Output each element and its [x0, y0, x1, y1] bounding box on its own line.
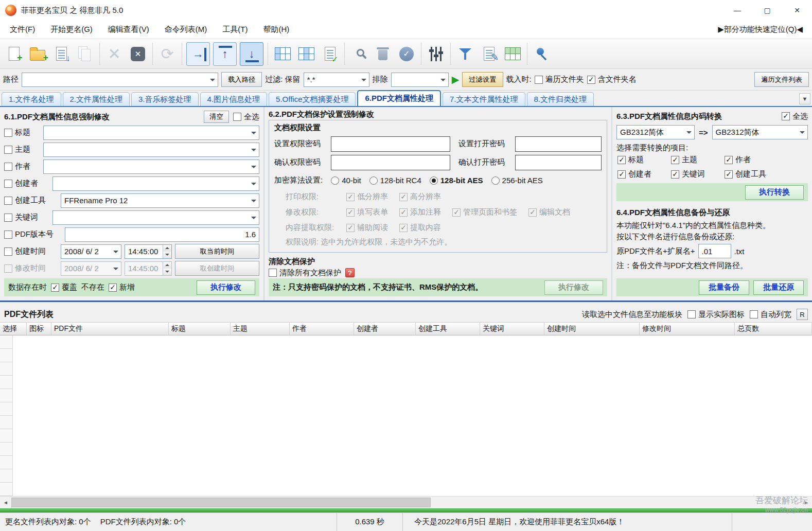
modify-edit-option[interactable]: 编辑文档 [528, 207, 570, 217]
modify-pages-checkbox[interactable] [452, 208, 461, 217]
column-header-keywords[interactable]: 关键词 [480, 323, 544, 335]
menu-tools[interactable]: 工具(T) [215, 22, 255, 38]
row-header-cell[interactable] [0, 389, 13, 402]
modified-date-picker[interactable]: 2008/ 6/ 2 [61, 261, 121, 276]
row-header-cell[interactable] [0, 362, 13, 376]
help-icon[interactable]: ? [345, 268, 355, 277]
exclude-dropdown-icon[interactable] [438, 73, 448, 86]
checklist-button[interactable]: ✓ [318, 42, 342, 66]
tab-pdf-attributes[interactable]: 6.PDF文档属性处理 [357, 90, 441, 106]
created-date-dropdown-icon[interactable] [111, 245, 121, 258]
from-encoding-combobox[interactable]: GB2312简体 [616, 125, 695, 139]
execute-modify-button-61[interactable]: 执行修改 [197, 280, 255, 295]
refresh-list-button[interactable]: R [797, 309, 808, 320]
algo-128aes-radio[interactable] [430, 176, 438, 185]
filter-button[interactable] [453, 42, 477, 66]
column-header-creator[interactable]: 创建者 [354, 323, 416, 335]
auto-col-width-option[interactable]: 自动列宽 [750, 310, 791, 320]
field-title-checkbox[interactable] [4, 129, 12, 137]
row-header-cell[interactable] [0, 456, 13, 469]
convert-creator-checkbox[interactable] [617, 170, 626, 179]
move-down-button[interactable]: ↓ [240, 42, 263, 66]
field-producer-option[interactable]: 创建工具 [4, 196, 58, 205]
field-creator-option[interactable]: 创建者 [4, 179, 49, 188]
modify-form-option[interactable]: 填写表单 [346, 207, 388, 217]
pdf-version-option[interactable]: PDF版本号 [4, 229, 62, 239]
traverse-folder-checkbox[interactable] [535, 76, 543, 84]
get-current-time-button[interactable]: 取当前时间 [175, 244, 259, 259]
modify-annotate-option[interactable]: 添加注释 [399, 207, 441, 217]
batch-restore-button[interactable]: 批量还原 [753, 280, 804, 295]
convert-keywords-checkbox[interactable] [671, 170, 679, 179]
modified-time-option[interactable]: 修改时间 [4, 263, 58, 273]
select-all-option-61[interactable]: 全选 [233, 112, 259, 122]
created-time-option[interactable]: 创建时间 [4, 246, 58, 256]
convert-author-option[interactable]: 作者 [725, 155, 808, 165]
tab-office-summary[interactable]: 5.Office文档摘要处理 [269, 92, 356, 106]
created-time-spinner[interactable]: 14:45:00 [125, 244, 172, 259]
set-open-pwd-input[interactable] [515, 136, 602, 152]
field-subject-combobox[interactable] [43, 143, 259, 157]
modified-time-spin-buttons[interactable] [163, 262, 171, 275]
to-encoding-dropdown-icon[interactable] [797, 126, 807, 139]
field-author-combobox[interactable] [43, 160, 259, 174]
algo-128aes-option[interactable]: 128-bit AES [430, 176, 483, 185]
backup-suffix-input[interactable]: .01 [698, 244, 731, 258]
field-creator-combobox[interactable] [52, 176, 259, 191]
field-producer-dropdown-icon[interactable] [249, 194, 259, 207]
copy-button[interactable] [73, 42, 97, 66]
pdf-version-checkbox[interactable] [4, 231, 12, 239]
to-encoding-combobox[interactable]: GB2312简体 [712, 125, 808, 139]
modify-pages-option[interactable]: 管理页面和书签 [452, 207, 517, 217]
show-real-icons-checkbox[interactable] [687, 310, 696, 318]
column-header-icon[interactable]: 图标 [27, 323, 51, 335]
edit-document-button[interactable]: ✎ [477, 42, 501, 66]
column-header-pdf-file[interactable]: PDF文件 [51, 323, 169, 335]
execute-modify-button-62[interactable]: 执行修改 [544, 280, 603, 295]
field-creator-dropdown-icon[interactable] [249, 177, 259, 190]
row-header-cell[interactable] [0, 349, 13, 362]
overwrite-option[interactable]: 覆盖 [51, 282, 77, 292]
convert-producer-checkbox[interactable] [725, 170, 733, 179]
print-lowres-checkbox[interactable] [346, 193, 355, 201]
convert-title-option[interactable]: 标题 [617, 155, 671, 165]
field-title-option[interactable]: 标题 [4, 128, 40, 137]
menu-edit-view[interactable]: 编辑查看(V) [100, 22, 157, 38]
column-header-created[interactable]: 创建时间 [544, 323, 640, 335]
extract-content-option[interactable]: 提取内容 [399, 223, 441, 233]
convert-keywords-option[interactable]: 关键词 [671, 169, 725, 179]
execute-convert-button[interactable]: 执行转换 [745, 185, 804, 200]
extract-assist-option[interactable]: 辅助阅读 [346, 223, 388, 233]
search-button[interactable] [347, 42, 371, 66]
get-created-time-button[interactable]: 取创建时间 [175, 261, 259, 276]
traverse-file-list-button[interactable]: 遍历文件列表 [754, 72, 809, 87]
field-keywords-dropdown-icon[interactable] [249, 211, 259, 224]
field-keywords-option[interactable]: 关键词 [4, 213, 49, 222]
algo-256aes-option[interactable]: 256-bit AES [491, 176, 543, 185]
modify-annotate-checkbox[interactable] [399, 208, 408, 217]
modified-time-spinner[interactable]: 14:45:00 [125, 261, 172, 276]
field-producer-combobox[interactable]: FFRename Pro 12 [61, 193, 259, 208]
filter-settings-button[interactable]: 过滤设置 [462, 72, 503, 87]
traverse-folder-option[interactable]: 遍历文件夹 [535, 75, 584, 84]
horizontal-splitter[interactable] [0, 300, 812, 307]
menu-file[interactable]: 文件(F) [2, 22, 43, 38]
row-header-cell[interactable] [0, 442, 13, 456]
select-all-checkbox-61[interactable] [233, 113, 241, 121]
print-lowres-option[interactable]: 低分辨率 [346, 192, 388, 202]
maximize-button[interactable]: ▢ [752, 0, 782, 21]
created-time-spin-buttons[interactable] [163, 245, 171, 258]
load-path-button[interactable]: 载入路径 [221, 72, 262, 87]
select-all-checkbox-63[interactable] [782, 112, 790, 120]
column-header-producer[interactable]: 创建工具 [416, 323, 480, 335]
field-creator-checkbox[interactable] [4, 180, 12, 188]
tab-file-classify[interactable]: 8.文件归类处理 [527, 92, 594, 106]
apply-check-button[interactable]: ✓ [395, 42, 418, 66]
exclude-combobox[interactable] [391, 73, 449, 87]
set-perm-pwd-input[interactable] [331, 136, 450, 152]
include-folder-name-option[interactable]: 含文件夹名 [587, 75, 637, 84]
new-file-button[interactable]: + [2, 42, 26, 66]
scrollbar-thumb[interactable] [11, 498, 431, 507]
row-header-cell[interactable] [0, 429, 13, 442]
convert-creator-option[interactable]: 创建者 [617, 169, 671, 179]
